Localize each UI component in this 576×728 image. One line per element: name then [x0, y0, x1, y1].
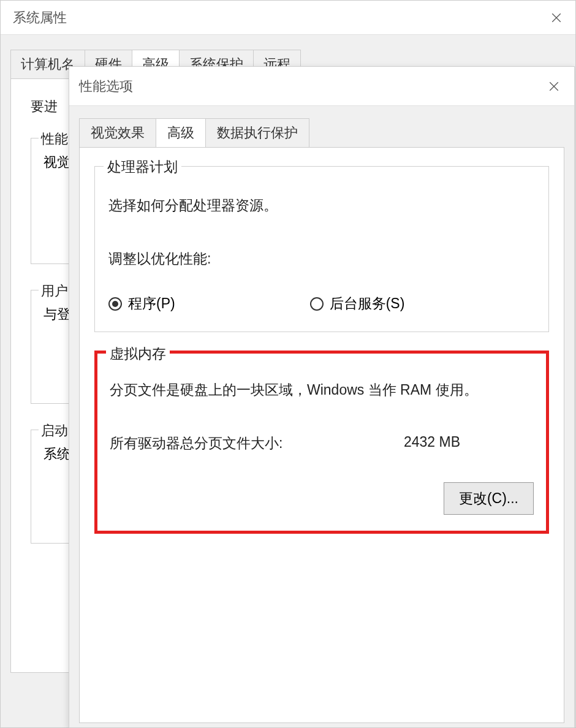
- optimize-label: 调整以优化性能:: [108, 249, 535, 268]
- virtual-memory-desc: 分页文件是硬盘上的一块区域，Windows 当作 RAM 使用。: [110, 381, 534, 400]
- processor-scheduling-legend: 处理器计划: [104, 157, 181, 176]
- bg-performance-legend: 性能: [39, 130, 70, 148]
- radio-icon: [108, 297, 122, 311]
- tab-visual-effects[interactable]: 视觉效果: [79, 118, 156, 147]
- optimize-radio-group: 程序(P) 后台服务(S): [108, 294, 535, 313]
- radio-background-services[interactable]: 后台服务(S): [310, 294, 405, 313]
- system-properties-title: 系统属性: [13, 9, 67, 27]
- virtual-memory-total-label: 所有驱动器总分页文件大小:: [110, 434, 282, 453]
- change-button[interactable]: 更改(C)...: [444, 482, 534, 515]
- virtual-memory-total-row: 所有驱动器总分页文件大小: 2432 MB: [110, 434, 534, 453]
- close-icon[interactable]: [542, 7, 570, 29]
- performance-options-title: 性能选项: [79, 77, 133, 96]
- virtual-memory-legend: 虚拟内存: [106, 344, 170, 363]
- radio-programs-label: 程序(P): [128, 294, 175, 313]
- radio-icon: [310, 297, 324, 311]
- processor-scheduling-section: 处理器计划 选择如何分配处理器资源。 调整以优化性能: 程序(P) 后台服务(S…: [94, 166, 549, 332]
- virtual-memory-total-value: 2432 MB: [404, 434, 460, 453]
- bg-user-legend: 用户: [39, 282, 70, 300]
- performance-options-titlebar: 性能选项: [69, 67, 574, 106]
- tab-dep[interactable]: 数据执行保护: [205, 118, 309, 147]
- radio-programs[interactable]: 程序(P): [108, 294, 175, 313]
- performance-options-tabs: 视觉效果 高级 数据执行保护: [69, 118, 574, 147]
- radio-services-label: 后台服务(S): [330, 294, 405, 313]
- performance-options-window: 性能选项 视觉效果 高级 数据执行保护 处理器计划 选择如何分配处理器资源。 调…: [69, 66, 575, 728]
- virtual-memory-section: 虚拟内存 分页文件是硬盘上的一块区域，Windows 当作 RAM 使用。 所有…: [94, 351, 549, 534]
- virtual-memory-button-row: 更改(C)...: [110, 482, 534, 515]
- close-icon[interactable]: [540, 75, 568, 97]
- performance-options-body: 处理器计划 选择如何分配处理器资源。 调整以优化性能: 程序(P) 后台服务(S…: [79, 147, 564, 723]
- bg-startup-legend: 启动: [39, 422, 70, 440]
- system-properties-titlebar: 系统属性: [1, 1, 575, 35]
- processor-scheduling-desc: 选择如何分配处理器资源。: [108, 196, 535, 215]
- tab-advanced[interactable]: 高级: [156, 118, 206, 147]
